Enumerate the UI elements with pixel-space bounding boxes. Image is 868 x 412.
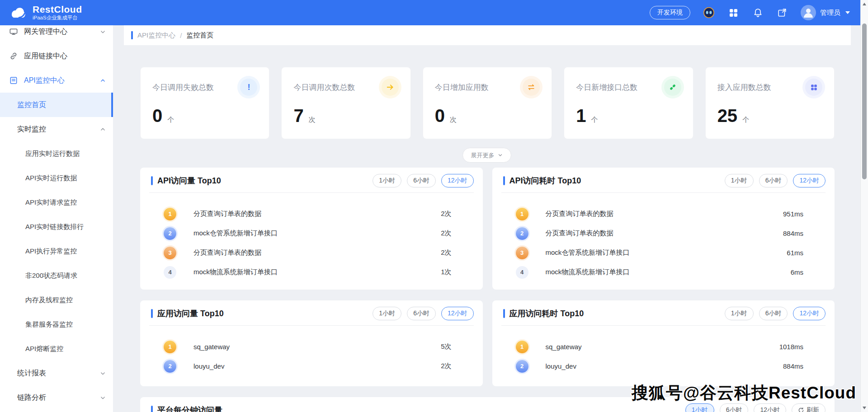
stat-label: 今日新增接口总数 (576, 79, 637, 93)
environment-badge[interactable]: 开发环境 (650, 6, 690, 19)
time-filter-1小时[interactable]: 1小时 (725, 174, 754, 187)
time-filter-group: 1小时6小时12小时 (373, 307, 473, 320)
rank-badge: 3 (516, 247, 528, 259)
sidebar-item-集群服务器监控[interactable]: 集群服务器监控 (0, 312, 113, 337)
row-value: 6ms (791, 268, 803, 276)
chevron-down-icon (845, 11, 850, 14)
stat-unit: 次 (450, 116, 457, 124)
rank-badge: 4 (516, 266, 528, 279)
panels-grid: API访问量 Top10 1小时6小时12小时 1 分页查询订单表的数据 2次 … (140, 168, 835, 412)
assistant-robot-icon[interactable] (703, 7, 715, 19)
time-filter-1小时[interactable]: 1小时 (373, 307, 401, 320)
notifications-bell-icon[interactable] (752, 7, 764, 19)
watermark: 搜狐号@谷云科技RestCloud (632, 382, 856, 404)
time-filter-1小时[interactable]: 1小时 (373, 174, 401, 187)
rank-badge: 4 (164, 266, 176, 279)
row-value: 1018ms (779, 343, 803, 351)
sidebar-item-监控首页[interactable]: 监控首页 (0, 93, 113, 117)
rank-badge: 2 (516, 360, 528, 373)
time-filter-group: 1小时6小时12小时 (725, 174, 826, 187)
row-name: mock物流系统新增订单接口 (546, 268, 630, 276)
sidebar-item-应用链接中心[interactable]: 应用链接中心 (0, 44, 113, 68)
link-icon (9, 52, 18, 61)
refresh-button[interactable]: 刷新 (792, 403, 826, 412)
time-filter-1小时[interactable]: 1小时 (725, 307, 754, 320)
rank-badge: 1 (164, 208, 176, 220)
top10-row: 1 分页查询订单表的数据 951ms (492, 204, 835, 224)
breadcrumb-section[interactable]: API监控中心 (137, 31, 175, 40)
scroll-down-arrow-icon[interactable] (863, 407, 866, 409)
time-filter-6小时[interactable]: 6小时 (759, 174, 788, 187)
sidebar-item-API监控中心[interactable]: API监控中心 (0, 68, 113, 93)
stat-unit: 个 (742, 116, 749, 124)
time-filter-6小时[interactable]: 6小时 (720, 403, 749, 412)
stat-value: 1 (576, 107, 586, 125)
sidebar-item-统计报表[interactable]: 统计报表 (0, 361, 113, 385)
sidebar-item-应用实时运行数据[interactable]: 应用实时运行数据 (0, 141, 113, 166)
user-name: 管理员 (820, 9, 840, 17)
rank-badge: 2 (164, 227, 176, 240)
top10-row: 1 sq_gateway 5次 (140, 337, 483, 356)
gateway-icon (9, 27, 18, 36)
sidebar-item-网关管理中心[interactable]: 网关管理中心 (0, 25, 113, 44)
time-filter-12小时[interactable]: 12小时 (441, 307, 474, 320)
user-menu[interactable]: 管理员 (801, 5, 850, 20)
sidebar-item-内存及线程监控[interactable]: 内存及线程监控 (0, 288, 113, 312)
sidebar-item-非200状态码请求[interactable]: 非200状态码请求 (0, 263, 113, 288)
sidebar-item-API实时请求监控[interactable]: API实时请求监控 (0, 190, 113, 215)
grid-icon (805, 79, 822, 96)
external-link-icon[interactable] (776, 7, 788, 19)
alert-icon: ! (240, 79, 257, 96)
row-name: 分页查询订单表的数据 (546, 210, 613, 218)
top10-row: 2 mock仓管系统新增订单接口 2次 (140, 224, 483, 243)
time-filter-12小时[interactable]: 12小时 (441, 174, 474, 187)
stat-label: 今日调用次数总数 (293, 79, 355, 93)
rank-badge: 2 (516, 227, 528, 240)
panel-title: 应用访问耗时 Top10 (509, 308, 584, 319)
time-filter-group: 1小时6小时12小时 (725, 307, 826, 320)
top10-row: 2 louyu_dev 2次 (140, 356, 483, 376)
apps-grid-icon[interactable] (727, 7, 739, 19)
sidebar-item-API实时链接数排行[interactable]: API实时链接数排行 (0, 215, 113, 239)
expand-more-button[interactable]: 展开更多 (462, 148, 511, 163)
sidebar-item-链路分析[interactable]: 链路分析 (0, 385, 113, 410)
refresh-label: 刷新 (807, 406, 819, 412)
top10-row: 1 分页查询订单表的数据 2次 (140, 204, 483, 224)
sidebar-item-API执行异常监控[interactable]: API执行异常监控 (0, 239, 113, 263)
row-value: 2次 (441, 210, 451, 218)
rank-badge: 1 (164, 341, 176, 353)
rank-badge: 1 (516, 341, 528, 353)
time-filter-12小时[interactable]: 12小时 (793, 307, 826, 320)
sidebar-item-API实时运行数据[interactable]: API实时运行数据 (0, 166, 113, 190)
scroll-up-arrow-icon[interactable] (863, 3, 866, 5)
expand-more-label: 展开更多 (471, 151, 495, 159)
main-content: API监控中心 / 监控首页 今日调用失败总数 ! 0 个 今日调用次数总数 7… (113, 25, 860, 412)
time-filter-6小时[interactable]: 6小时 (759, 307, 788, 320)
scrollbar-thumb[interactable] (862, 23, 867, 179)
time-filter-12小时[interactable]: 12小时 (754, 403, 786, 412)
row-value: 884ms (783, 362, 803, 370)
top10-row: 2 分页查询订单表的数据 884ms (492, 224, 835, 243)
top10-row: 2 louyu_dev 884ms (492, 356, 835, 376)
time-filter-6小时[interactable]: 6小时 (407, 174, 436, 187)
sidebar-menu: 网关管理中心 应用链接中心 API监控中心 监控首页 实时监控 应用实时运行数据… (0, 25, 113, 410)
top10-row: 3 分页查询订单表的数据 2次 (140, 243, 483, 262)
stat-card: 接入应用数总数 25 个 (705, 67, 835, 139)
stat-label: 今日增加应用数 (435, 79, 489, 93)
breadcrumb-separator: / (180, 32, 182, 39)
brand: RestCloud iPaaS企业集成平台 (7, 4, 82, 21)
row-name: mock物流系统新增订单接口 (193, 268, 278, 276)
sidebar-item-实时监控[interactable]: 实时监控 (0, 117, 113, 141)
chevron-down-icon (100, 370, 106, 376)
time-filter-1小时[interactable]: 1小时 (685, 403, 714, 412)
row-value: 884ms (783, 229, 803, 237)
time-filter-6小时[interactable]: 6小时 (407, 307, 436, 320)
chevron-down-icon (498, 153, 503, 158)
breadcrumb: API监控中心 / 监控首页 (124, 25, 851, 45)
time-filter-12小时[interactable]: 12小时 (793, 174, 826, 187)
panel-API访问耗时 Top10: API访问耗时 Top10 1小时6小时12小时 1 分页查询订单表的数据 95… (492, 168, 835, 290)
sidebar-item-API熔断监控[interactable]: API熔断监控 (0, 337, 113, 361)
stat-value: 7 (293, 107, 303, 125)
chevron-up-icon (100, 78, 106, 84)
top10-row: 1 sq_gateway 1018ms (492, 337, 835, 356)
